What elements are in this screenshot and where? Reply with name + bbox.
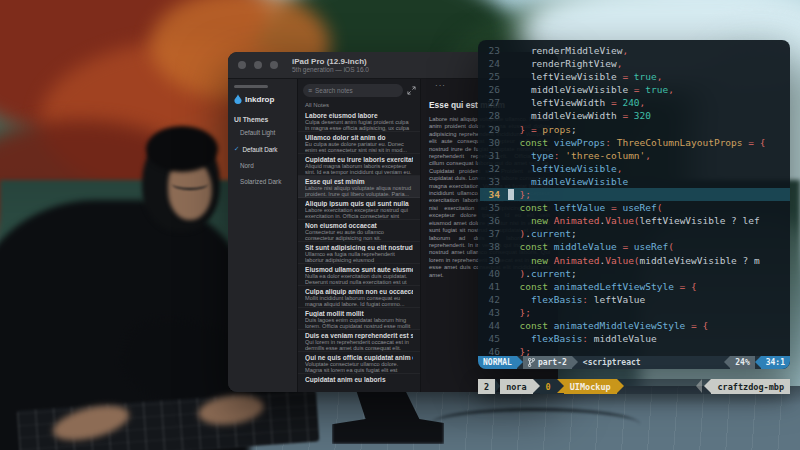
code-line[interactable]: 25 leftViewVisible = true, — [480, 70, 790, 83]
code-line[interactable]: 37 ).current; — [480, 227, 790, 240]
git-branch-label: part-2 — [538, 358, 567, 367]
tmux-session-name[interactable]: nora — [500, 379, 532, 394]
line-number: 32 — [480, 162, 500, 175]
code-text: }; — [508, 306, 531, 319]
code-line[interactable]: 29 } = props; — [480, 123, 790, 136]
code-text: const animatedMiddleViewStyle = { — [508, 319, 708, 332]
note-item-title: Esse qui est minim — [305, 178, 413, 185]
note-item-snippet: Mollit incididunt laborum consequat eu m… — [305, 295, 413, 307]
photo-autumn-foliage — [0, 120, 200, 240]
note-list-item[interactable]: Fugiat mollit mollitDuis lagoes enim cup… — [298, 308, 420, 330]
ipad-statusbar-text — [234, 85, 268, 88]
code-line[interactable]: 31 type: 'three-column', — [480, 149, 790, 162]
line-number: 42 — [480, 293, 500, 306]
note-item-title: Duis ea veniam reprehenderit est si... — [305, 332, 413, 339]
person-face — [168, 158, 212, 220]
code-line[interactable]: 43 }; — [480, 306, 790, 319]
code-text: middleViewWidth = 320 — [508, 109, 651, 122]
sidebar-item-label: Default Dark — [242, 146, 277, 153]
cable — [430, 408, 640, 441]
search-icon: ≡ — [308, 87, 312, 94]
line-number: 31 — [480, 149, 500, 162]
code-line[interactable]: 35 const leftValue = useRef( — [480, 201, 790, 214]
code-text: renderRightView, — [508, 57, 622, 70]
line-number: 41 — [480, 280, 500, 293]
code-line[interactable]: 44 const animatedMiddleViewStyle = { — [480, 319, 790, 332]
note-list-item[interactable]: Cupidatat anim eu laboris — [298, 374, 420, 392]
zoom-window-button[interactable] — [270, 61, 278, 69]
code-text: leftViewVisible = true, — [508, 70, 662, 83]
code-line[interactable]: 24 renderRightView, — [480, 57, 790, 70]
code-line-active[interactable]: 34 }; — [480, 188, 790, 201]
note-item-snippet: Nulla ea dolor exercitation duis cupidat… — [305, 273, 413, 286]
code-line[interactable]: 41 const animatedLeftViewStyle = { — [480, 280, 790, 293]
note-list-item[interactable]: Eiusmod ullamco sunt aute eiusmo...Nulla… — [298, 264, 420, 286]
code-text: ).current; — [508, 267, 577, 280]
sidebar-item-default-dark[interactable]: ✓Default Dark — [234, 145, 297, 153]
note-list-item[interactable]: Labore eiusmod laboreCulpa deserunt anim… — [298, 110, 420, 132]
code-line[interactable]: 38 const middleValue = useRef( — [480, 240, 790, 253]
code-line[interactable]: 36 new Animated.Value(leftViewVisible ? … — [480, 214, 790, 227]
search-placeholder: Search notes — [315, 87, 353, 94]
line-number: 27 — [480, 96, 500, 109]
note-item-snippet: Voluptate consectetur ullamco dolore. Ma… — [305, 361, 413, 374]
line-number: 46 — [480, 345, 500, 356]
code-editor-overlay: 23 renderMiddleView,24 renderRightView,2… — [478, 40, 790, 369]
screenshot-stage: iPad Pro (12.9-inch) 5th generation — iO… — [0, 0, 800, 450]
code-text: flexBasis: leftValue — [508, 293, 645, 306]
app-brand[interactable]: Inkdrop — [234, 94, 297, 104]
code-line[interactable]: 27 leftViewWidth = 240, — [480, 96, 790, 109]
code-text: } = props; — [508, 123, 577, 136]
app-sidebar: Inkdrop UI Themes Default Light✓Default … — [228, 79, 298, 392]
close-window-button[interactable] — [238, 61, 246, 69]
code-line[interactable]: 42 flexBasis: leftValue — [480, 293, 790, 306]
line-number: 33 — [480, 175, 500, 188]
minimize-window-button[interactable] — [254, 61, 262, 69]
sidebar-item-nord[interactable]: Nord — [240, 162, 297, 169]
note-list-item[interactable]: Cupidatat eu irure laboris exercitati...… — [298, 154, 420, 176]
line-number: 24 — [480, 57, 500, 70]
line-number: 30 — [480, 136, 500, 149]
code-line[interactable]: 32 leftViewVisible, — [480, 162, 790, 175]
note-item-title: Labore eiusmod labore — [305, 112, 413, 119]
code-text: }; — [508, 188, 531, 201]
line-number: 43 — [480, 306, 500, 319]
code-line[interactable]: 28 middleViewWidth = 320 — [480, 109, 790, 122]
note-list-item[interactable]: Duis ea veniam reprehenderit est si...Qu… — [298, 330, 420, 352]
note-list-item[interactable]: Aliquip ipsum quis qui sunt nullaLabore … — [298, 198, 420, 220]
sidebar-item-default-light[interactable]: Default Light — [240, 129, 297, 136]
note-list-item[interactable]: Ullamco dolor sit anim doEu culpa aute d… — [298, 132, 420, 154]
code-text: const viewProps: ThreeColumnLayoutProps … — [508, 136, 765, 149]
code-line[interactable]: 33 middleViewVisible — [480, 175, 790, 188]
code-line[interactable]: 46 }; — [480, 345, 790, 356]
note-item-title: Non eiusmod occaecat — [305, 222, 413, 229]
search-input[interactable]: ≡ Search notes — [303, 84, 403, 97]
powerline-separator — [617, 379, 624, 393]
notes-list[interactable]: Labore eiusmod laboreCulpa deserunt anim… — [298, 110, 420, 392]
note-list-item[interactable]: Sit sunt adipisicing eu elit nostrudUlla… — [298, 242, 420, 264]
line-number: 45 — [480, 332, 500, 345]
vim-mode-segment: NORMAL — [478, 356, 517, 369]
note-list-item[interactable]: Non eiusmod occaecatConsectetur eu aute … — [298, 220, 420, 242]
tmux-window-name[interactable]: UIMockup — [564, 379, 617, 394]
code-line[interactable]: 26 middleViewVisible = true, — [480, 83, 790, 96]
note-list-item[interactable]: Culpa aliquip anim non eu occaecat...Mol… — [298, 286, 420, 308]
sidebar-item-solarized-dark[interactable]: Solarized Dark — [240, 178, 297, 185]
note-list-item[interactable]: Esse qui est minimLabore nisi aliquip vo… — [298, 176, 420, 198]
code-text: new Animated.Value(leftViewVisible ? lef — [508, 214, 760, 227]
code-line[interactable]: 39 new Animated.Value(middleViewVisible … — [480, 254, 790, 267]
code-line[interactable]: 30 const viewProps: ThreeColumnLayoutPro… — [480, 136, 790, 149]
expand-icon[interactable] — [407, 86, 416, 95]
note-list-item[interactable]: Qui ne quis officia cupidatat anim o...V… — [298, 352, 420, 374]
code-area[interactable]: 23 renderMiddleView,24 renderRightView,2… — [478, 40, 790, 356]
code-text: renderMiddleView, — [508, 44, 628, 57]
code-line[interactable]: 40 ).current; — [480, 267, 790, 280]
note-item-title: Cupidatat eu irure laboris exercitati... — [305, 156, 413, 163]
powerline-separator — [704, 379, 711, 393]
note-item-snippet: Eu culpa aute dolore pariatur eu. Donec … — [305, 141, 413, 153]
code-text: middleViewVisible — [508, 175, 628, 188]
line-number: 37 — [480, 227, 500, 240]
code-line[interactable]: 23 renderMiddleView, — [480, 44, 790, 57]
note-item-snippet: Labore nisi aliquip voluptate aliqua nos… — [305, 185, 413, 197]
code-line[interactable]: 45 flexBasis: middleValue — [480, 332, 790, 345]
